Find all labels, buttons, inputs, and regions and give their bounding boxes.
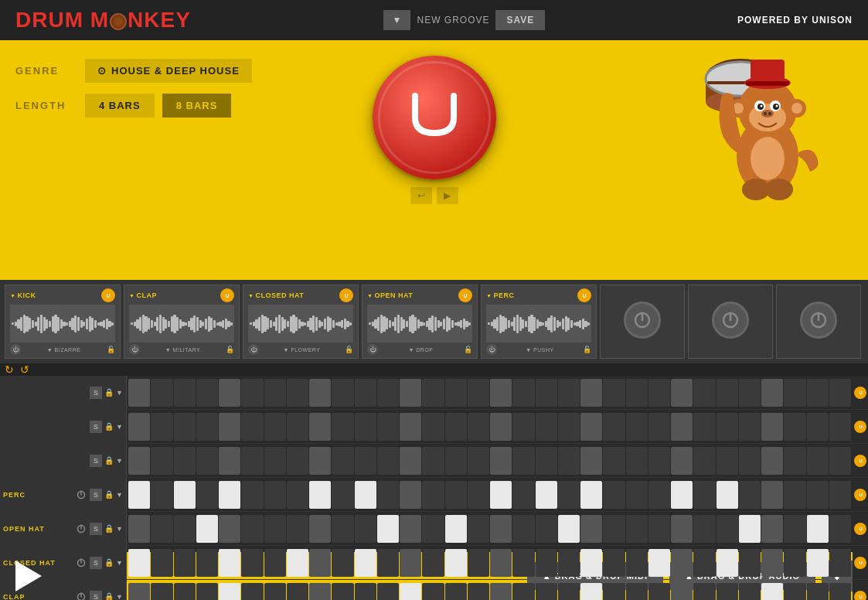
beat-cell-track1-23[interactable] (648, 379, 670, 407)
beat-cell-perc_track-9[interactable] (332, 481, 353, 509)
beat-cell-clap_track-16[interactable] (490, 583, 512, 601)
beat-cell-track1-8[interactable] (309, 379, 331, 407)
beat-cell-openhat_track-28[interactable] (761, 515, 783, 543)
beat-cell-openhat_track-29[interactable] (784, 515, 805, 543)
beat-cell-clap_track-5[interactable] (241, 583, 263, 601)
beat-cell-track1-9[interactable] (332, 379, 353, 407)
beat-cell-track2-19[interactable] (558, 413, 580, 441)
beat-cell-clap_track-19[interactable] (558, 583, 580, 601)
beat-cell-perc_track-28[interactable] (761, 481, 783, 509)
beat-cell-perc_track-20[interactable] (580, 481, 602, 509)
beat-cell-closedhat_track-19[interactable] (558, 549, 580, 577)
beat-cell-openhat_track-15[interactable] (468, 515, 489, 543)
beat-cell-track1-0[interactable] (128, 379, 150, 407)
solo-button-openhat_track[interactable]: S (90, 523, 102, 535)
beat-cell-perc_track-29[interactable] (784, 481, 805, 509)
beat-cell-openhat_track-10[interactable] (355, 515, 376, 543)
beat-cell-track2-8[interactable] (309, 413, 331, 441)
beat-cell-perc_track-2[interactable] (174, 481, 196, 509)
play-button[interactable] (15, 561, 42, 591)
beat-cell-track1-3[interactable] (196, 379, 218, 407)
beat-cell-clap_track-14[interactable] (445, 583, 467, 601)
beat-cell-perc_track-24[interactable] (671, 481, 693, 509)
beat-cell-clap_track-13[interactable] (422, 583, 444, 601)
beat-cell-perc_track-1[interactable] (151, 481, 172, 509)
solo-button-track2[interactable]: S (90, 421, 102, 433)
beat-cell-track3-1[interactable] (151, 447, 172, 475)
beat-cell-track3-17[interactable] (512, 447, 534, 475)
beat-cell-clap_track-22[interactable] (626, 583, 648, 601)
beat-cell-track2-4[interactable] (219, 413, 240, 441)
beat-cell-openhat_track-21[interactable] (603, 515, 625, 543)
save-button[interactable]: SAVE (495, 10, 545, 30)
beat-cell-clap_track-12[interactable] (400, 583, 421, 601)
beat-cell-closedhat_track-4[interactable] (219, 549, 240, 577)
beat-cell-perc_track-18[interactable] (536, 481, 557, 509)
beat-cell-track1-27[interactable] (739, 379, 761, 407)
beat-cell-openhat_track-13[interactable] (422, 515, 444, 543)
beat-cell-closedhat_track-21[interactable] (603, 549, 625, 577)
beat-cell-track3-5[interactable] (241, 447, 263, 475)
beat-cell-perc_track-4[interactable] (219, 481, 240, 509)
beat-cell-closedhat_track-11[interactable] (377, 549, 399, 577)
beat-cell-openhat_track-9[interactable] (332, 515, 353, 543)
beat-cell-track1-13[interactable] (422, 379, 444, 407)
beat-cell-track3-10[interactable] (355, 447, 376, 475)
beat-cell-track2-1[interactable] (151, 413, 172, 441)
beat-cell-track2-27[interactable] (739, 413, 761, 441)
beat-cell-closedhat_track-26[interactable] (717, 549, 738, 577)
beat-cell-openhat_track-27[interactable] (739, 515, 761, 543)
beat-cell-clap_track-31[interactable] (829, 583, 851, 601)
instrument-card-slot7[interactable] (776, 285, 861, 359)
beat-cell-track1-19[interactable] (558, 379, 580, 407)
beat-cell-perc_track-14[interactable] (445, 481, 467, 509)
loop-button[interactable]: ↻ (5, 363, 14, 376)
generate-button[interactable] (373, 56, 496, 179)
beat-cell-closedhat_track-16[interactable] (490, 549, 512, 577)
beat-cell-clap_track-2[interactable] (174, 583, 196, 601)
beat-cell-track2-6[interactable] (264, 413, 286, 441)
nav-forward-button[interactable]: ▶ (437, 187, 458, 204)
beat-cell-track1-4[interactable] (219, 379, 240, 407)
beat-cell-closedhat_track-24[interactable] (671, 549, 693, 577)
beat-cell-clap_track-9[interactable] (332, 583, 353, 601)
beat-cell-perc_track-23[interactable] (648, 481, 670, 509)
solo-button-track3[interactable]: S (90, 455, 102, 467)
beat-cell-track3-13[interactable] (422, 447, 444, 475)
beat-cell-perc_track-30[interactable] (807, 481, 829, 509)
instrument-card-perc[interactable]: ▼PERC∪⏻▼ PUSHY🔓 (481, 285, 597, 359)
beat-cell-track2-15[interactable] (468, 413, 489, 441)
solo-button-closedhat_track[interactable]: S (90, 557, 102, 569)
beat-cell-perc_track-15[interactable] (468, 481, 489, 509)
instrument-card-open_hat[interactable]: ▼OPEN HAT∪⏻▼ DROP🔓 (362, 285, 478, 359)
beat-cell-clap_track-7[interactable] (287, 583, 308, 601)
beat-cell-closedhat_track-0[interactable] (128, 549, 150, 577)
beat-cell-openhat_track-17[interactable] (512, 515, 534, 543)
beat-cell-openhat_track-4[interactable] (219, 515, 240, 543)
beat-cell-track3-24[interactable] (671, 447, 693, 475)
beat-cell-track3-7[interactable] (287, 447, 308, 475)
beat-cell-track3-11[interactable] (377, 447, 399, 475)
power-button-clap_track[interactable] (75, 591, 87, 601)
beat-cell-track3-9[interactable] (332, 447, 353, 475)
beat-cell-track2-29[interactable] (784, 413, 805, 441)
beat-cell-track2-20[interactable] (580, 413, 602, 441)
beat-cell-openhat_track-11[interactable] (377, 515, 399, 543)
beat-cell-closedhat_track-27[interactable] (739, 549, 761, 577)
instrument-card-slot6[interactable] (688, 285, 773, 359)
beat-cell-closedhat_track-1[interactable] (151, 549, 172, 577)
beat-cell-track2-10[interactable] (355, 413, 376, 441)
beat-cell-clap_track-25[interactable] (693, 583, 715, 601)
beat-cell-track2-2[interactable] (174, 413, 196, 441)
power-button-closedhat_track[interactable] (75, 557, 87, 569)
beat-cell-track1-1[interactable] (151, 379, 172, 407)
dropdown-button[interactable]: ▼ (383, 10, 411, 30)
beat-cell-perc_track-19[interactable] (558, 481, 580, 509)
beat-cell-track3-14[interactable] (445, 447, 467, 475)
beat-cell-track1-14[interactable] (445, 379, 467, 407)
beat-cell-track3-3[interactable] (196, 447, 218, 475)
beat-cell-closedhat_track-20[interactable] (580, 549, 602, 577)
beat-cell-perc_track-31[interactable] (829, 481, 851, 509)
beat-cell-openhat_track-12[interactable] (400, 515, 421, 543)
beat-cell-openhat_track-1[interactable] (151, 515, 172, 543)
